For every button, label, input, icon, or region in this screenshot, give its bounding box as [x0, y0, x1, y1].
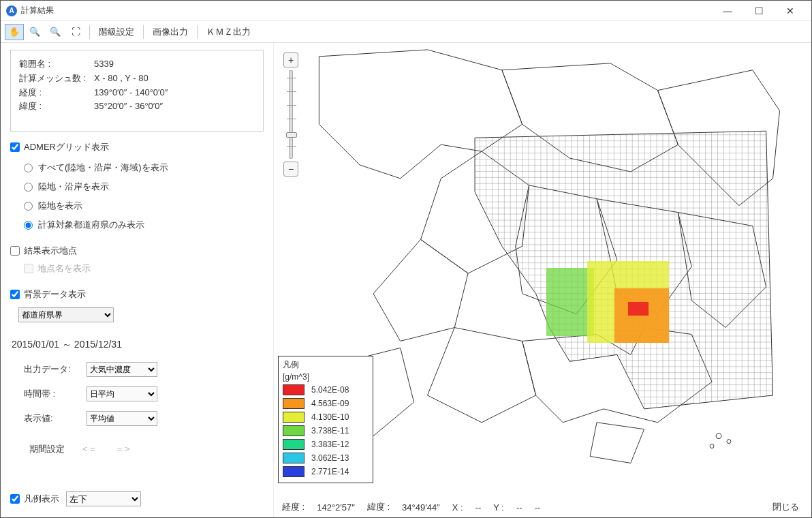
time-band-label: 時間帯 : [24, 388, 78, 400]
background-select-wrap: 都道府県界 [18, 307, 264, 322]
legend-swatch [283, 398, 304, 409]
zoom-out-tool-button[interactable]: 🔍 [46, 24, 65, 40]
grid-option-target-pref-label: 計算対象都道府県のみ表示 [38, 219, 144, 231]
range-name-value: 5339 [94, 57, 114, 72]
mesh-count-value: X - 80 , Y - 80 [94, 72, 149, 86]
legend-item: 5.042E-08 [283, 383, 369, 397]
pan-tool-button[interactable]: ✋ [5, 24, 24, 40]
grid-radio-target-pref[interactable] [24, 221, 33, 230]
period-next-button[interactable]: = > [113, 442, 134, 455]
legend-unit: [g/m^3] [283, 372, 369, 382]
app-icon: A [6, 5, 17, 16]
background-checkbox-row[interactable]: 背景データ表示 [10, 288, 264, 301]
zoom-slider[interactable] [289, 70, 293, 159]
legend-value: 5.042E-08 [311, 385, 349, 395]
status-x-label: X : [452, 502, 463, 513]
background-select[interactable]: 都道府県界 [18, 307, 114, 322]
status-lon-value: 142°2′57″ [317, 502, 355, 513]
result-points-checkbox-row[interactable]: 結果表示地点 [10, 245, 264, 257]
grid-option-all[interactable]: すべて(陸地・沿岸・海域)を表示 [24, 162, 264, 174]
display-value-row: 表示値: 平均値 [24, 411, 264, 426]
result-points-checkbox[interactable] [10, 246, 20, 256]
time-band-row: 時間帯 : 日平均 [24, 386, 264, 401]
image-output-button[interactable]: 画像出力 [148, 22, 193, 42]
close-window-button[interactable]: ✕ [775, 1, 806, 21]
background-label: 背景データ表示 [24, 288, 86, 301]
status-bar: 経度 : 142°2′57″ 緯度 : 34°49′44″ X : -- Y :… [274, 497, 811, 517]
legend-display-row: 凡例表示 左下 [10, 491, 264, 511]
legend-box: 凡例 [g/m^3] 5.042E-084.563E-094.130E-103.… [278, 356, 373, 483]
legend-items: 5.042E-084.563E-094.130E-103.738E-113.38… [283, 383, 369, 478]
legend-value: 2.771E-14 [311, 467, 349, 476]
legend-item: 4.563E-09 [283, 397, 369, 410]
display-value-select[interactable]: 平均値 [87, 411, 157, 426]
display-value-label: 表示値: [24, 412, 78, 425]
close-button[interactable]: 閉じる [768, 500, 803, 515]
status-x-value: -- [475, 502, 482, 513]
show-point-name-checkbox [24, 264, 33, 273]
longitude-range-label: 経度 : [19, 86, 94, 100]
period-prev-button[interactable]: < = [78, 442, 99, 455]
legend-swatch [283, 466, 304, 477]
grid-option-target-pref[interactable]: 計算対象都道府県のみ表示 [24, 219, 264, 231]
legend-checkbox[interactable] [10, 494, 20, 504]
toolbar-separator [89, 25, 90, 39]
output-data-row: 出力データ: 大気中濃度 [24, 362, 264, 377]
legend-item: 3.738E-11 [283, 424, 369, 438]
status-val-value: -- [535, 502, 541, 513]
show-point-name-checkbox-row: 地点名を表示 [24, 262, 264, 275]
background-checkbox[interactable] [10, 290, 20, 299]
toolbar-separator [197, 25, 198, 39]
range-info-box: 範囲名 :5339 計算メッシュ数 :X - 80 , Y - 80 経度 :1… [10, 50, 264, 132]
status-y-value: -- [516, 502, 522, 513]
kmz-output-button[interactable]: ＫＭＺ出力 [202, 22, 255, 42]
output-data-select[interactable]: 大気中濃度 [87, 362, 157, 377]
fit-tool-button[interactable]: ⛶ [66, 24, 85, 40]
toolbar-separator [143, 25, 144, 39]
body-panel: 範囲名 :5339 計算メッシュ数 :X - 80 , Y - 80 経度 :1… [1, 43, 811, 517]
legend-item: 3.383E-12 [283, 438, 369, 451]
legend-swatch [283, 439, 304, 450]
grid-option-land-coast-label: 陸地・沿岸を表示 [38, 181, 109, 193]
legend-value: 4.130E-10 [311, 412, 349, 422]
zoom-slider-thumb[interactable] [286, 132, 297, 138]
minimize-button[interactable]: — [712, 1, 743, 21]
grid-radio-land-coast[interactable] [24, 183, 33, 192]
time-band-select[interactable]: 日平均 [87, 386, 157, 401]
zoom-out-button[interactable]: − [283, 162, 298, 177]
titlebar: A 計算結果 — ☐ ✕ [1, 1, 811, 21]
legend-item: 3.062E-13 [283, 451, 369, 465]
grid-radio-land[interactable] [24, 202, 33, 211]
zoom-in-icon: 🔍 [29, 27, 40, 37]
legend-swatch [283, 412, 304, 423]
zoom-control: + − [283, 52, 298, 177]
map-canvas[interactable]: + − 凡例 [g/m^3] 5.042E-084.563E-094.130E-… [274, 43, 811, 517]
class-settings-button[interactable]: 階級設定 [94, 22, 139, 42]
result-points-label: 結果表示地点 [24, 245, 77, 257]
map-area: + − 凡例 [g/m^3] 5.042E-084.563E-094.130E-… [273, 43, 811, 517]
grid-option-land-label: 陸地を表示 [38, 200, 82, 212]
latitude-range-value: 35°20′0″ - 36°0′0″ [94, 100, 163, 114]
toolbar: ✋ 🔍 🔍 ⛶ 階級設定 画像出力 ＫＭＺ出力 [1, 21, 811, 43]
window-buttons: — ☐ ✕ [712, 1, 806, 21]
grid-radio-all[interactable] [24, 164, 33, 172]
legend-checkbox-row[interactable]: 凡例表示 [10, 493, 59, 505]
grid-option-land[interactable]: 陸地を表示 [24, 200, 264, 212]
legend-title: 凡例 [283, 359, 369, 371]
zoom-in-button[interactable]: + [283, 52, 298, 67]
grid-option-all-label: すべて(陸地・沿岸・海域)を表示 [38, 162, 168, 174]
legend-item: 4.130E-10 [283, 410, 369, 424]
latitude-range-label: 緯度 : [19, 100, 94, 114]
legend-position-select[interactable]: 左下 [66, 491, 141, 506]
show-point-name-label: 地点名を表示 [37, 262, 91, 275]
grid-option-land-coast[interactable]: 陸地・沿岸を表示 [24, 181, 264, 193]
admer-grid-checkbox-row[interactable]: ADMERグリッド表示 [10, 141, 264, 153]
range-name-label: 範囲名 : [19, 57, 94, 72]
zoom-in-tool-button[interactable]: 🔍 [25, 24, 44, 40]
maximize-button[interactable]: ☐ [743, 1, 775, 21]
hand-icon: ✋ [9, 27, 20, 37]
output-data-label: 出力データ: [24, 363, 78, 376]
admer-grid-label: ADMERグリッド表示 [24, 141, 109, 153]
legend-swatch [283, 425, 304, 436]
admer-grid-checkbox[interactable] [10, 142, 20, 152]
